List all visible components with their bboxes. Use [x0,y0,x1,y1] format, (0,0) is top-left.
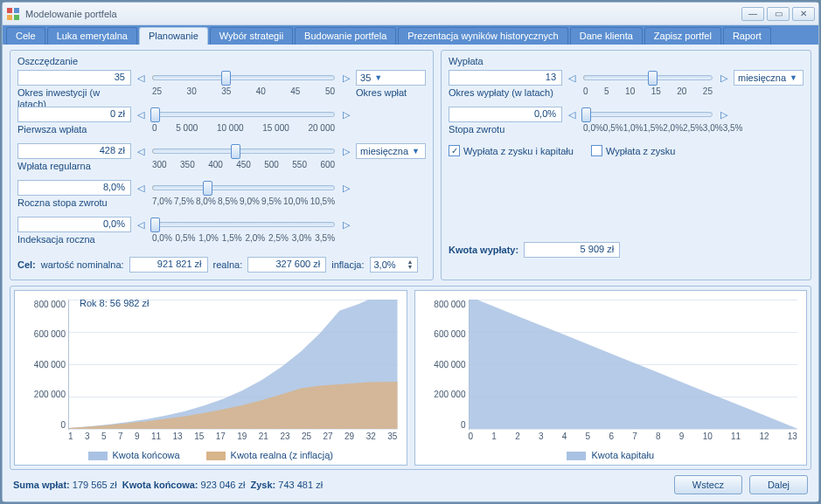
chevron-down-icon: ▼ [374,73,382,82]
inflation-spinner[interactable]: 3,0% ▲▼ [370,257,418,273]
next-button[interactable]: Dalej [749,475,808,494]
tab-raport[interactable]: Raport [723,27,771,45]
footer-bar: Suma wpłat: 179 565 zł Kwota końcowa: 92… [10,473,811,496]
chevron-down-icon: ▼ [790,73,797,82]
app-icon [6,7,20,21]
legend-item: Kwota końcowa [88,450,180,460]
close-button[interactable]: ✕ [792,7,815,21]
annual-rate-slider[interactable]: 7,0%7,5%8,0%8,5%9,0%9,5%10,0%10,5% [150,180,337,211]
tab-planowanie[interactable]: Planowanie [139,27,208,45]
spinner-arrows-icon: ▲▼ [407,259,414,270]
arrow-right-icon[interactable]: ▷ [340,180,352,196]
indexation-label: Indeksacja roczna [17,234,131,245]
payout-period-value[interactable]: 13 [449,70,562,86]
arrow-left-icon[interactable]: ◁ [135,143,147,159]
tab-budowanie-portfela[interactable]: Budowanie portfela [295,27,396,45]
back-button[interactable]: Wstecz [674,475,742,494]
tab-dane-klienta[interactable]: Dane klienta [570,27,643,45]
legend-item: Kwota kapitału [567,450,654,460]
investment-period-slider[interactable]: 253035404550 [150,70,337,101]
regular-deposit-value[interactable]: 428 zł [17,143,131,159]
arrow-right-icon[interactable]: ▷ [718,70,730,86]
first-deposit-value[interactable]: 0 zł [17,107,131,122]
saving-panel: Oszczędzanie 35 Okres inwestycji (w lata… [10,50,434,280]
legend-item: Kwota realna (z inflacją) [206,450,333,460]
payout-chart: 800 000600 000400 000200 000001234567891… [414,290,808,466]
payout-result-value: 5 909 zł [524,242,620,258]
payout-rate-value[interactable]: 0,0% [449,107,562,122]
tab-strip: CeleLuka emerytalnaPlanowanieWybór strat… [3,25,818,45]
arrow-right-icon[interactable]: ▷ [340,70,352,86]
chart-annotation: Rok 8: 56 982 zł [80,298,150,308]
payout-result-label: Kwota wypłaty: [449,245,518,255]
tab-prezentacja-wyników-historycznych[interactable]: Prezentacja wyników historycznych [398,27,567,45]
arrow-right-icon[interactable]: ▷ [340,107,352,122]
goal-real-value: 327 600 zł [247,257,326,273]
indexation-value[interactable]: 0,0% [17,217,131,232]
goal-nominal-value: 921 821 zł [129,257,208,273]
saving-panel-title: Oszczędzanie [17,56,426,66]
app-window: Modelowanie portfela — ▭ ✕ CeleLuka emer… [2,2,819,502]
first-deposit-label: Pierwsza wpłata [17,124,131,135]
payout-rate-label: Stopa zwrotu [449,124,562,135]
payout-period-slider[interactable]: 0510152025 [581,70,714,101]
regular-freq-dropdown[interactable]: miesięczna▼ [356,143,426,159]
cb-profit-and-capital-label: Wypłata z zysku i kapitału [463,146,574,156]
arrow-left-icon[interactable]: ◁ [135,217,147,232]
window-title: Modelowanie portfela [25,9,741,19]
cb-profit-and-capital[interactable]: ✓ [449,145,460,156]
tab-luka-emerytalna[interactable]: Luka emerytalna [47,27,137,45]
tab-wybór-strategii[interactable]: Wybór strategii [210,27,293,45]
period-side-label: Okres wpłat [356,87,426,99]
arrow-right-icon[interactable]: ▷ [718,107,730,122]
arrow-left-icon[interactable]: ◁ [566,107,578,122]
goal-real-label: realna: [213,259,243,270]
arrow-left-icon[interactable]: ◁ [135,180,147,196]
titlebar: Modelowanie portfela — ▭ ✕ [3,3,818,25]
payout-rate-slider[interactable]: 0,0%0,5%1,0%1,5%2,0%2,5%3,0%3,5% [581,107,714,138]
tab-zapisz-portfel[interactable]: Zapisz portfel [644,27,721,45]
regular-deposit-label: Wpłata regularna [17,161,131,172]
goal-inflation-label: inflacja: [331,259,364,270]
first-deposit-slider[interactable]: 05 00010 00015 00020 000 [150,107,337,138]
payout-panel: Wypłata 13 Okres wypłaty (w latach) ◁ 05… [441,50,811,280]
tab-cele[interactable]: Cele [6,27,45,45]
indexation-slider[interactable]: 0,0%0,5%1,0%1,5%2,0%2,5%3,0%3,5% [150,217,337,248]
minimize-button[interactable]: — [741,7,764,21]
payout-panel-title: Wypłata [449,56,804,66]
tab-content-planning: Oszczędzanie 35 Okres inwestycji (w lata… [3,45,818,501]
payout-period-label: Okres wypłaty (w latach) [449,87,562,99]
regular-deposit-slider[interactable]: 300350400450500550600 [150,143,337,175]
annual-rate-label: Roczna stopa zwrotu [17,197,131,209]
chevron-down-icon: ▼ [412,147,420,155]
cb-profit-only-label: Wypłata z zysku [606,146,675,156]
cb-profit-only[interactable] [591,145,602,156]
arrow-right-icon[interactable]: ▷ [340,217,352,232]
goal-prefix: Cel: [17,259,36,270]
annual-rate-value[interactable]: 8,0% [17,180,131,196]
goal-nominal-label: wartość nominalna: [41,259,124,270]
arrow-right-icon[interactable]: ▷ [340,143,352,159]
maximize-button[interactable]: ▭ [767,7,790,21]
arrow-left-icon[interactable]: ◁ [135,107,147,122]
arrow-left-icon[interactable]: ◁ [135,70,147,86]
period-years-dropdown[interactable]: 35▼ [356,70,426,86]
payout-freq-dropdown[interactable]: miesięczna▼ [734,70,804,86]
investment-period-value[interactable]: 35 [17,70,131,86]
arrow-left-icon[interactable]: ◁ [566,70,578,86]
saving-chart: Rok 8: 56 982 zł 800 000600 000400 00020… [14,290,407,466]
